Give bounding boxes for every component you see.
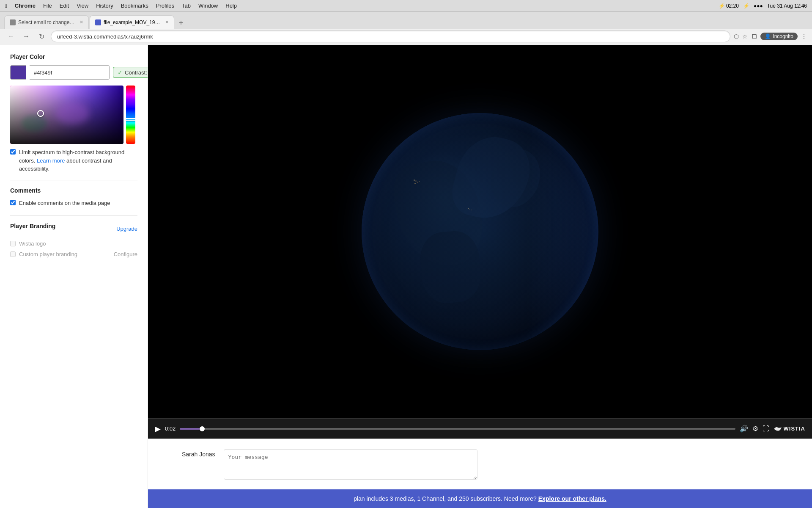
hue-slider[interactable] <box>126 86 135 144</box>
limit-spectrum-row: Limit spectrum to high-contrast backgrou… <box>10 148 137 173</box>
comments-checkbox-row: Enable comments on the media page <box>10 199 137 207</box>
hex-input[interactable]: #4f349f <box>30 65 110 80</box>
picker-circle <box>37 110 44 117</box>
tab-1[interactable]: Select email to change | Djang... ✕ <box>4 15 89 29</box>
browser-chrome: Select email to change | Djang... ✕ file… <box>0 12 812 45</box>
space-vignette <box>148 45 812 418</box>
menubar-tab[interactable]: Tab <box>182 3 191 9</box>
wistia-logo-row: Wistia logo <box>10 240 137 247</box>
enable-comments-label: Enable comments on the media page <box>19 199 110 207</box>
video-container <box>148 45 812 418</box>
banner-link[interactable]: Explore our other plans. <box>538 495 606 502</box>
tab-2[interactable]: file_example_MOV_1920_2_2... ✕ <box>90 15 174 29</box>
color-gradient-area[interactable] <box>10 86 123 144</box>
incognito-button[interactable]: 👤 Incognito <box>760 33 798 40</box>
menubar-help[interactable]: Help <box>225 3 237 9</box>
menubar-battery-icon: ⚡ <box>743 3 749 9</box>
custom-branding-label: Custom player branding <box>19 251 77 257</box>
color-input-row: #4f349f ✓ Contrast: 5.36:1 <box>10 65 137 80</box>
wistia-icon <box>774 426 782 432</box>
contrast-badge: ✓ Contrast: 5.36:1 <box>113 67 148 78</box>
hue-thumb <box>126 118 135 121</box>
commenter-name: Sarah Jonas <box>182 449 215 458</box>
bottom-banner: plan includes 3 medias, 1 Channel, and 2… <box>148 489 812 508</box>
main-content: Player Color #4f349f ✓ Contrast: 5.36:1 <box>0 45 812 508</box>
player-bar: ▶ 0:02 🔊 ⚙ ⛶ WISTIA <box>148 418 812 439</box>
volume-button[interactable]: 🔊 <box>740 425 748 433</box>
apple-menu[interactable]:  <box>5 3 7 9</box>
progress-fill <box>180 428 202 430</box>
branding-section: Player Branding Upgrade Wistia logo Cust… <box>10 223 137 257</box>
address-text: uifeed-3.wistia.com/medias/x7auzj6rmk <box>57 33 153 40</box>
incognito-icon: 👤 <box>765 33 771 39</box>
player-color-section: Player Color #4f349f ✓ Contrast: 5.36:1 <box>10 53 137 173</box>
back-button[interactable]: ← <box>5 30 17 42</box>
branding-title: Player Branding <box>10 223 55 229</box>
menu-icon[interactable]: ⋮ <box>801 33 807 40</box>
bookmark-icon[interactable]: ☆ <box>742 33 748 40</box>
menubar-bolt-icon: ⚡ 02:20 <box>719 3 739 9</box>
play-button[interactable]: ▶ <box>155 424 161 433</box>
menubar:  Chrome File Edit View History Bookmark… <box>0 0 812 12</box>
limit-spectrum-label: Limit spectrum to high-contrast backgrou… <box>19 148 137 173</box>
incognito-label: Incognito <box>773 33 793 39</box>
reload-button[interactable]: ↻ <box>36 30 47 42</box>
comments-title: Comments <box>10 187 137 194</box>
menubar-wifi-icon: ●●● <box>754 3 763 9</box>
menubar-file[interactable]: File <box>43 3 52 9</box>
forward-button[interactable]: → <box>20 30 32 42</box>
settings-button[interactable]: ⚙ <box>752 425 758 433</box>
color-swatch[interactable] <box>10 65 26 80</box>
player-color-title: Player Color <box>10 53 137 60</box>
upgrade-link[interactable]: Upgrade <box>116 226 137 232</box>
fullscreen-button[interactable]: ⛶ <box>763 425 769 433</box>
configure-link[interactable]: Configure <box>114 251 137 257</box>
earth-scene <box>148 45 812 418</box>
custom-branding-row: Custom player branding Configure <box>10 251 137 257</box>
banner-text: plan includes 3 medias, 1 Channel, and 2… <box>354 495 537 502</box>
learn-more-link[interactable]: Learn more <box>37 157 65 164</box>
tab-bar: Select email to change | Djang... ✕ file… <box>0 12 812 29</box>
wistia-logo-label: Wistia logo <box>19 240 46 247</box>
time-display: 0:02 <box>165 425 176 432</box>
wistia-label: WISTIA <box>784 425 806 432</box>
menubar-edit[interactable]: Edit <box>60 3 69 9</box>
menubar-profiles[interactable]: Profiles <box>156 3 174 9</box>
menubar-bookmarks[interactable]: Bookmarks <box>121 3 148 9</box>
branding-header: Player Branding Upgrade <box>10 223 137 235</box>
menubar-history[interactable]: History <box>96 3 113 9</box>
tab2-close-icon[interactable]: ✕ <box>165 19 169 25</box>
comments-section: Comments Enable comments on the media pa… <box>10 187 137 207</box>
wistia-logo: WISTIA <box>774 425 806 432</box>
address-bar-row: ← → ↻ uifeed-3.wistia.com/medias/x7auzj6… <box>0 29 812 45</box>
progress-thumb <box>200 426 205 431</box>
divider-1 <box>10 180 137 180</box>
tab1-favicon <box>10 19 16 25</box>
custom-branding-checkbox[interactable] <box>10 251 16 257</box>
enable-comments-checkbox[interactable] <box>10 200 16 205</box>
tab2-title: file_example_MOV_1920_2_2... <box>104 19 161 25</box>
sidebar: Player Color #4f349f ✓ Contrast: 5.36:1 <box>0 45 148 508</box>
extensions-icon[interactable]: ⧠ <box>751 33 757 40</box>
limit-spectrum-checkbox[interactable] <box>10 149 16 155</box>
tab1-title: Select email to change | Djang... <box>18 19 75 25</box>
progress-bar[interactable] <box>180 428 735 430</box>
contrast-check-icon: ✓ <box>118 69 123 76</box>
menubar-view[interactable]: View <box>77 3 88 9</box>
address-bar[interactable]: uifeed-3.wistia.com/medias/x7auzj6rmk <box>51 30 730 42</box>
comment-area: Sarah Jonas <box>148 439 812 489</box>
menubar-time: Tue 31 Aug 12:46 <box>767 3 807 9</box>
gradient-blob-2 <box>22 115 47 132</box>
new-tab-button[interactable]: + <box>175 17 187 29</box>
cast-icon[interactable]: ⬡ <box>734 33 739 40</box>
tab1-close-icon[interactable]: ✕ <box>80 19 83 25</box>
color-picker[interactable] <box>10 86 137 144</box>
contrast-label: Contrast: 5.36:1 <box>125 69 148 76</box>
menubar-window[interactable]: Window <box>198 3 218 9</box>
tab2-favicon <box>95 19 101 25</box>
wistia-logo-checkbox[interactable] <box>10 241 16 246</box>
divider-2 <box>10 215 137 216</box>
video-and-comment-panel: ▶ 0:02 🔊 ⚙ ⛶ WISTIA Sarah Jonas plan inc… <box>148 45 812 508</box>
comment-input[interactable] <box>224 449 477 480</box>
menubar-chrome[interactable]: Chrome <box>15 3 36 9</box>
